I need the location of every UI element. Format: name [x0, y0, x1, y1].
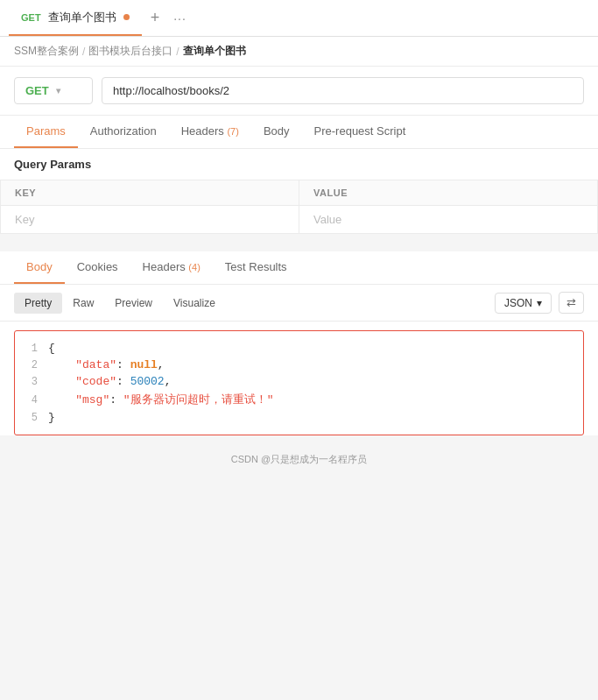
request-line: GET ▾	[0, 67, 598, 116]
format-pretty[interactable]: Pretty	[14, 293, 62, 314]
breadcrumb-sep-2: /	[176, 46, 179, 58]
method-label: GET	[25, 84, 49, 97]
tab-method-label: GET	[21, 12, 41, 23]
breadcrumb-item-2[interactable]: 图书模块后台接口	[88, 44, 172, 59]
col-key-header: KEY	[1, 180, 299, 206]
resp-tab-body-label: Body	[26, 260, 53, 273]
tab-body-label: Body	[264, 124, 290, 138]
format-raw-label: Raw	[73, 297, 94, 309]
url-input[interactable]	[102, 77, 584, 104]
more-tabs-button[interactable]: ···	[168, 11, 192, 25]
main-tab[interactable]: GET 查询单个图书	[9, 0, 142, 36]
unsaved-dot	[123, 14, 130, 20]
resp-tab-cookies-label: Cookies	[77, 260, 118, 273]
section-divider	[0, 234, 598, 251]
tab-prerequest-label: Pre-request Script	[314, 124, 406, 138]
breadcrumb: SSM整合案例 / 图书模块后台接口 / 查询单个图书	[0, 37, 598, 67]
params-table: KEY VALUE Key Value	[0, 180, 598, 234]
breadcrumb-current: 查询单个图书	[183, 44, 246, 59]
line-content-1: {	[48, 342, 574, 355]
format-visualize-label: Visualize	[173, 297, 215, 309]
main-content: GET ▾ Params Authorization Headers (7) B…	[0, 67, 598, 234]
line-number-1: 1	[24, 343, 38, 355]
code-line-5: 5 }	[15, 409, 583, 426]
line-number-4: 4	[24, 394, 38, 407]
format-type-select[interactable]: JSON ▾	[495, 293, 552, 314]
code-line-4: 4 "msg": "服务器访问超时，请重试！"	[15, 390, 583, 409]
format-preview[interactable]: Preview	[104, 293, 163, 314]
request-tabs: Params Authorization Headers (7) Body Pr…	[0, 116, 598, 149]
format-raw[interactable]: Raw	[62, 293, 104, 314]
line-content-2: "data": null,	[48, 358, 574, 371]
tab-authorization-label: Authorization	[90, 124, 157, 138]
tab-params-label: Params	[26, 124, 66, 138]
line-number-3: 3	[24, 376, 38, 388]
response-code-block: 1 { 2 "data": null, 3 "code": 50002, 4 "…	[14, 330, 584, 435]
headers-badge: (7)	[227, 126, 238, 137]
format-chevron-icon: ▾	[537, 297, 542, 309]
format-preview-label: Preview	[115, 297, 152, 309]
footer-text: CSDN @只是想成为一名程序员	[231, 454, 367, 464]
tab-bar: GET 查询单个图书 + ···	[0, 0, 598, 37]
wrap-button[interactable]: ⇄	[559, 292, 584, 314]
line-content-5: }	[48, 411, 574, 424]
code-line-1: 1 {	[15, 340, 583, 357]
footer: CSDN @只是想成为一名程序员	[0, 444, 598, 475]
code-line-3: 3 "code": 50002,	[15, 373, 583, 390]
code-line-2: 2 "data": null,	[15, 357, 583, 373]
chevron-down-icon: ▾	[56, 86, 60, 95]
resp-tab-cookies[interactable]: Cookies	[65, 251, 130, 284]
tab-body[interactable]: Body	[251, 116, 302, 148]
breadcrumb-item-1[interactable]: SSM整合案例	[14, 44, 79, 59]
resp-tab-headers-label: Headers	[143, 260, 189, 273]
resp-tab-testresults[interactable]: Test Results	[213, 251, 299, 284]
tab-headers[interactable]: Headers (7)	[169, 116, 251, 148]
resp-tab-testresults-label: Test Results	[225, 260, 287, 273]
line-content-4: "msg": "服务器访问超时，请重试！"	[48, 392, 574, 407]
tab-authorization[interactable]: Authorization	[78, 116, 169, 148]
resp-tab-body[interactable]: Body	[14, 251, 65, 284]
line-number-2: 2	[24, 359, 38, 371]
query-params-header: Query Params	[0, 149, 598, 180]
tab-headers-label: Headers	[181, 124, 228, 138]
tab-params[interactable]: Params	[14, 116, 78, 148]
table-row: Key Value	[1, 206, 598, 234]
col-value-header: VALUE	[299, 180, 598, 206]
format-right-controls: JSON ▾ ⇄	[495, 292, 584, 314]
resp-headers-badge: (4)	[188, 262, 200, 272]
tab-prerequest[interactable]: Pre-request Script	[302, 116, 419, 148]
resp-tab-headers[interactable]: Headers (4)	[130, 251, 213, 284]
response-section: Body Cookies Headers (4) Test Results Pr…	[0, 251, 598, 435]
method-select[interactable]: GET ▾	[14, 77, 93, 104]
format-pretty-label: Pretty	[25, 297, 52, 309]
format-visualize[interactable]: Visualize	[163, 293, 226, 314]
new-tab-button[interactable]: +	[142, 9, 169, 27]
breadcrumb-sep-1: /	[82, 46, 85, 58]
format-type-label: JSON	[504, 297, 532, 309]
format-bar: Pretty Raw Preview Visualize JSON ▾ ⇄	[0, 285, 598, 322]
tab-title-label: 查询单个图书	[48, 10, 116, 25]
line-content-3: "code": 50002,	[48, 375, 574, 388]
wrap-icon: ⇄	[566, 296, 576, 309]
line-number-5: 5	[24, 412, 38, 424]
value-cell[interactable]: Value	[299, 206, 598, 234]
response-tabs: Body Cookies Headers (4) Test Results	[0, 251, 598, 285]
key-cell[interactable]: Key	[1, 206, 299, 234]
